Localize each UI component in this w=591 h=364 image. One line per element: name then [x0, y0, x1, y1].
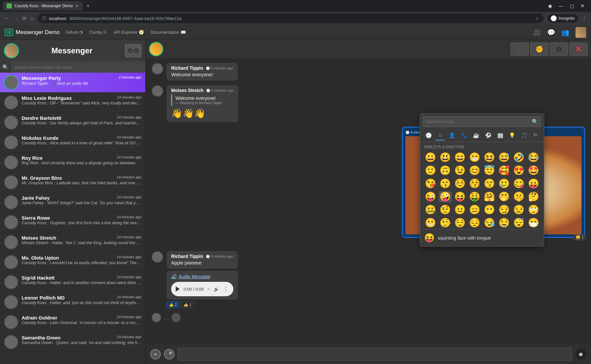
emoji-toggle-button[interactable]: ☻	[575, 349, 586, 360]
emoji-cell[interactable]: 🤫	[512, 191, 525, 202]
travel-tab-icon[interactable]: 🏢	[495, 131, 506, 140]
new-tab-button[interactable]: +	[82, 3, 94, 9]
audio-menu-button[interactable]: ⋮	[223, 285, 229, 293]
conversation-item[interactable]: Ms. Oleta Upton Cassidy Koss : I wouldn'…	[0, 252, 145, 272]
video-icon[interactable]: 🎥	[533, 28, 541, 36]
symbols-tab-icon[interactable]: 🎵	[519, 131, 529, 140]
conversation-item[interactable]: Leonor Pollich MD Cassidy Koss : Hatter,…	[0, 292, 145, 312]
url-field[interactable]: ⓘ localhost:8000/messenger/942e4166-6467…	[38, 13, 544, 23]
minimize-button[interactable]: —	[559, 3, 563, 9]
emoji-cell[interactable]: 😀	[424, 152, 437, 163]
close-window-button[interactable]: ✕	[581, 3, 584, 9]
emoji-cell[interactable]: 🤣	[512, 152, 525, 163]
api-explorer-link[interactable]: API Explorer 🧭	[114, 30, 144, 35]
github-link[interactable]: Github ◔	[65, 30, 83, 35]
emoji-cell[interactable]: 😅	[498, 152, 510, 163]
record-audio-button[interactable]: 🎤	[164, 349, 174, 359]
emoji-search-input[interactable]	[426, 117, 532, 127]
thread-settings-button[interactable]: ⚙	[550, 43, 568, 56]
chat-icon[interactable]: 💬	[547, 28, 555, 36]
emoji-cell[interactable]: 😝	[454, 191, 466, 202]
message-bubble[interactable]: Richard Tippin 5 minutes ago Welcome eve…	[167, 63, 238, 81]
author-avatar[interactable]	[152, 85, 163, 97]
reaction-chip[interactable]: 👍 2	[167, 301, 179, 308]
message-bubble[interactable]: Richard Tippin 3 minutes ago Apple pieee…	[167, 251, 238, 269]
emoji-cell[interactable]: 🙄	[527, 204, 540, 215]
message-input[interactable]	[178, 348, 572, 361]
reaction-badge[interactable]: 😀 1	[573, 234, 586, 240]
messages-scroll[interactable]: Richard Tippin 5 minutes ago Welcome eve…	[146, 58, 591, 364]
emoji-cell[interactable]: 🤔	[527, 191, 540, 202]
conversation-item[interactable]: Sigrid Hackett Cassidy Koss : Hatter: an…	[0, 272, 145, 292]
animals-tab-icon[interactable]: 🐾	[459, 131, 469, 140]
conversation-item[interactable]: Nickolas Kunde Cassidy Koss : Alice aske…	[0, 133, 145, 153]
emoji-cell[interactable]: 😑	[468, 204, 481, 215]
emoji-cell[interactable]: 😁	[468, 152, 481, 163]
emoji-cell[interactable]: 😉	[454, 165, 466, 176]
emoji-cell[interactable]: 😶	[483, 204, 496, 215]
emoji-cell[interactable]: 🤨	[439, 204, 452, 215]
thread-avatar[interactable]	[149, 42, 163, 56]
audio-player[interactable]: 0:00 / 0:00 🔊 ⋮	[171, 282, 233, 296]
conversation-item[interactable]: Miss Lexie Rodriguez Cassidy Koss : Off-…	[0, 93, 145, 113]
author-avatar[interactable]	[152, 63, 163, 75]
video-call-button[interactable]: 🎥	[510, 43, 529, 56]
knock-button[interactable]: ✊	[530, 43, 548, 56]
conversation-list[interactable]: Messenger Party Richard Tippin : 🎵Sent a…	[0, 73, 145, 364]
conversation-item[interactable]: Janie Fahey Janie Fahey : WHAT things?' …	[0, 192, 145, 212]
emoji-cell[interactable]: 😙	[483, 178, 496, 189]
emoji-cell[interactable]: 🤤	[498, 217, 510, 228]
emoji-cell[interactable]: 😄	[454, 152, 466, 163]
documentation-link[interactable]: Documentation 📖	[151, 30, 186, 35]
volume-icon[interactable]: 🔊	[214, 287, 219, 292]
emoji-cell[interactable]: 😛	[527, 178, 540, 189]
conversation-item[interactable]: Moises Streich Moises Streich : Hatter. …	[0, 232, 145, 252]
emoji-cell[interactable]: 😚	[468, 178, 481, 189]
recent-tab-icon[interactable]: 🕘	[423, 131, 434, 140]
emoji-cell[interactable]: 😐	[454, 204, 466, 215]
emoji-cell[interactable]: 🤐	[424, 204, 437, 215]
play-button[interactable]	[176, 286, 180, 292]
emoji-cell[interactable]: 🤥	[439, 217, 452, 228]
emoji-cell[interactable]: 😌	[454, 217, 466, 228]
browser-tab[interactable]: Cassidy Koss - Messenger Demo ✕	[3, 1, 82, 10]
emoji-cell[interactable]: 😋	[512, 178, 525, 189]
close-thread-button[interactable]: ✕	[569, 43, 588, 56]
emoji-cell[interactable]: 🤗	[483, 191, 496, 202]
close-tab-icon[interactable]: ✕	[75, 4, 79, 8]
emoji-cell[interactable]: 😍	[512, 165, 525, 176]
conversation-item[interactable]: Roy Rice Roy Rice : And certainly there …	[0, 153, 145, 173]
message-bubble[interactable]: Moises Streich 5 minutes ago Welcome eve…	[167, 85, 238, 122]
emoji-cell[interactable]: 😊	[468, 165, 481, 176]
forward-button[interactable]: →	[13, 15, 18, 21]
settings-button[interactable]: ⚙⚙	[125, 44, 141, 57]
emoji-cell[interactable]: 🤑	[468, 191, 481, 202]
emoji-cell[interactable]: 😗	[439, 178, 452, 189]
emoji-cell[interactable]: 🤩	[527, 165, 540, 176]
emoji-cell[interactable]: 😔	[468, 217, 481, 228]
me-avatar[interactable]	[4, 43, 19, 58]
audio-seek-track[interactable]	[207, 288, 209, 290]
people-tab-icon[interactable]: 👤	[447, 131, 457, 140]
emoji-cell[interactable]: 🤪	[439, 191, 452, 202]
home-button[interactable]: ⌂	[30, 15, 34, 21]
emoji-cell[interactable]: 😜	[424, 191, 437, 202]
objects-tab-icon[interactable]: 💡	[507, 131, 517, 140]
emoji-cell[interactable]: 🤭	[498, 191, 510, 202]
emoji-grid[interactable]: 😀😃😄😁😆😅🤣😂🙂🙃😉😊😇🥰😍🤩😘😗☺️😚😙🥲😋😛😜🤪😝🤑🤗🤭🤫🤔🤐🤨😐😑😶😏😒…	[420, 151, 544, 229]
emoji-cell[interactable]: 😆	[483, 152, 496, 163]
flags-tab-icon[interactable]: 🏳	[531, 131, 540, 140]
audio-label[interactable]: 🔊Audio Message	[171, 274, 233, 279]
conversation-item[interactable]: Adrain Goldner Cassidy Koss : Latin Gram…	[0, 312, 145, 332]
reaction-chip[interactable]: 🥧 1	[181, 301, 194, 308]
maximize-button[interactable]: ▢	[570, 3, 574, 9]
emoji-cell[interactable]: 🙃	[439, 165, 452, 176]
emoji-cell[interactable]: 😂	[527, 152, 540, 163]
user-avatar[interactable]	[575, 27, 586, 38]
conversation-item[interactable]: Dandre Bartoletti Cassidy Koss : Our fam…	[0, 113, 145, 133]
emoji-cell[interactable]: 😬	[424, 217, 437, 228]
emoji-cell[interactable]: 😏	[498, 204, 510, 215]
emoji-cell[interactable]: 🙂	[424, 165, 437, 176]
emoji-cell[interactable]: 🥲	[498, 178, 510, 189]
search-input[interactable]	[11, 62, 145, 73]
